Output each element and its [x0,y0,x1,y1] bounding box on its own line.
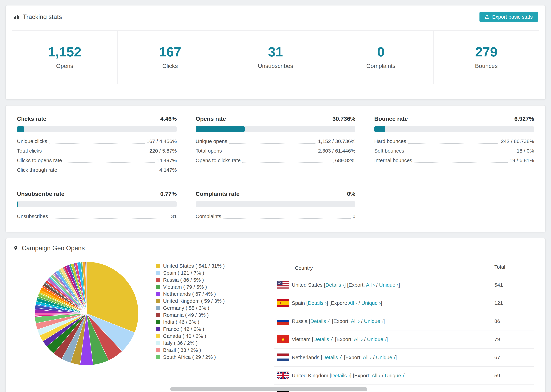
stat-row-label: Total clicks [17,146,42,156]
details-link[interactable]: Details › [308,300,326,306]
export-label: Export: [349,282,365,288]
legend-swatch [156,334,160,338]
rate-title: Opens rate [196,115,226,122]
legend-item: Germany ( 55 / 3% ) [156,304,274,311]
table-row: Spain [Details ›] [Export: All › / Uniqu… [274,294,534,312]
legend-swatch [156,271,160,275]
export-label: Export: [346,355,362,360]
table-row: United States [Details ›] [Export: All ›… [274,276,534,294]
country-name: United Kingdom [292,373,328,378]
progress-fill [17,126,24,132]
legend-label: Spain ( 121 / 7% ) [163,269,204,276]
rate-value: 0.77% [160,190,177,197]
total-header: Total [494,264,534,272]
export-all-link[interactable]: All › [354,336,363,342]
stat-row-value: 689.82% [335,156,355,165]
horizontal-scrollbar-thumb[interactable] [170,387,367,391]
details-link[interactable]: Details › [322,355,341,360]
country-cell: Spain [Details ›] [Export: All › / Uniqu… [274,299,494,307]
export-unique-link[interactable]: Unique › [364,318,383,324]
dotted-leader [43,153,148,153]
details-link[interactable]: Details › [325,282,344,288]
geo-pie-chart[interactable] [34,261,140,366]
export-unique-link[interactable]: Unique › [385,373,404,378]
legend-swatch [156,292,160,296]
rate-detail-rows: Complaints0 [196,211,355,221]
rate-detail-rows: Unique opens1,152 / 30.736% Total opens2… [196,136,355,165]
bracket: ] [332,336,333,342]
geo-opens-table: Country Total United States [Details ›] … [274,261,534,392]
dotted-leader [242,162,333,163]
export-all-link[interactable]: All › [366,282,375,288]
bracket: ] [383,318,385,324]
legend-item: Canada ( 40 / 2% ) [156,332,274,339]
export-unique-link[interactable]: Unique › [361,300,381,306]
legend-label: Vietnam ( 79 / 5% ) [163,283,207,290]
complaints-rate-section: Complaints rate0% Complaints0 [196,190,355,221]
rate-detail-rows: Hard bounces242 / 86.738% Soft bounces18… [374,136,534,165]
export-all-link[interactable]: All › [351,318,360,324]
bracket: [ [347,282,349,288]
rate-stat-row: Total clicks220 / 5.87% [17,146,177,156]
dotted-leader [59,172,158,172]
bracket: [ [353,373,354,378]
dotted-leader [64,162,155,163]
export-label: Export: [354,373,370,378]
export-unique-link[interactable]: Unique › [376,355,395,360]
rate-stat-row: Unsubscribes31 [17,211,177,221]
legend-swatch [156,341,160,345]
rate-stat-row: Clicks to opens rate14.497% [17,156,177,165]
table-row: United Kingdom [Details ›] [Export: All … [274,367,534,385]
export-basic-stats-button[interactable]: Export basic stats [480,12,538,22]
country-name: Russia [292,318,308,324]
stat-row-label: Complaints [196,211,221,221]
flag-nl-icon [277,354,289,361]
separator: / [373,355,374,360]
stat-row-label: Opens to clicks rate [196,156,240,165]
stat-row-value: 2,303 / 61.446% [318,146,355,156]
stat-row-label: Total opens [196,146,222,156]
export-unique-link[interactable]: Unique › [379,282,398,288]
legend-item: Spain ( 121 / 7% ) [156,269,274,276]
export-label: Export: [333,318,350,324]
total-cell: 79 [494,336,534,342]
bracket: ] [329,318,330,324]
bracket: ] [386,336,388,342]
stat-value: 31 [223,45,328,58]
rate-stat-row: Click through rate4.147% [17,165,177,175]
bracket: ] [350,373,351,378]
separator: / [361,318,362,324]
export-unique-link[interactable]: Unique › [367,336,386,342]
export-button-label: Export basic stats [492,14,533,20]
progress-bar [17,201,177,207]
legend-swatch [156,299,160,303]
country-cell: Russia [Details ›] [Export: All › / Uniq… [274,317,494,325]
export-all-link[interactable]: All › [348,300,357,306]
export-all-link[interactable]: All › [363,355,372,360]
legend-label: India ( 46 / 3% ) [163,318,199,325]
details-link[interactable]: Details › [313,336,332,342]
export-unique-link[interactable]: Unique › [369,391,389,392]
campaign-geo-opens-card: Campaign Geo Opens United States ( 541 /… [5,238,546,392]
rate-value: 6.927% [514,115,534,122]
stat-row-value: 19 / 6.81% [509,156,534,165]
dotted-leader [408,143,499,144]
country-cell: Netherlands [Details ›] [Export: All › /… [274,354,494,361]
tracking-stats-header: Tracking stats Export basic stats [6,6,545,27]
legend-label: Netherlands ( 67 / 4% ) [163,290,216,297]
progress-bar [17,126,177,132]
stat-value: 167 [118,45,223,58]
details-link[interactable]: Details › [331,373,350,378]
legend-item: Netherlands ( 67 / 4% ) [156,290,274,297]
legend-label: France ( 42 / 2% ) [163,325,204,332]
rate-stat-row: Complaints0 [196,211,355,221]
legend-item: Brazil ( 33 / 2% ) [156,347,274,354]
rate-stat-row: Hard bounces242 / 86.738% [374,136,534,146]
rate-title: Unsubscribe rate [17,190,64,197]
details-link[interactable]: Details › [310,318,329,324]
stat-bounces: 279 Bounces [434,31,539,84]
export-all-link[interactable]: All › [372,373,381,378]
legend-item: Russia ( 86 / 5% ) [156,276,274,283]
flag-ru-icon [277,317,289,325]
legend-label: Canada ( 40 / 2% ) [163,332,206,339]
